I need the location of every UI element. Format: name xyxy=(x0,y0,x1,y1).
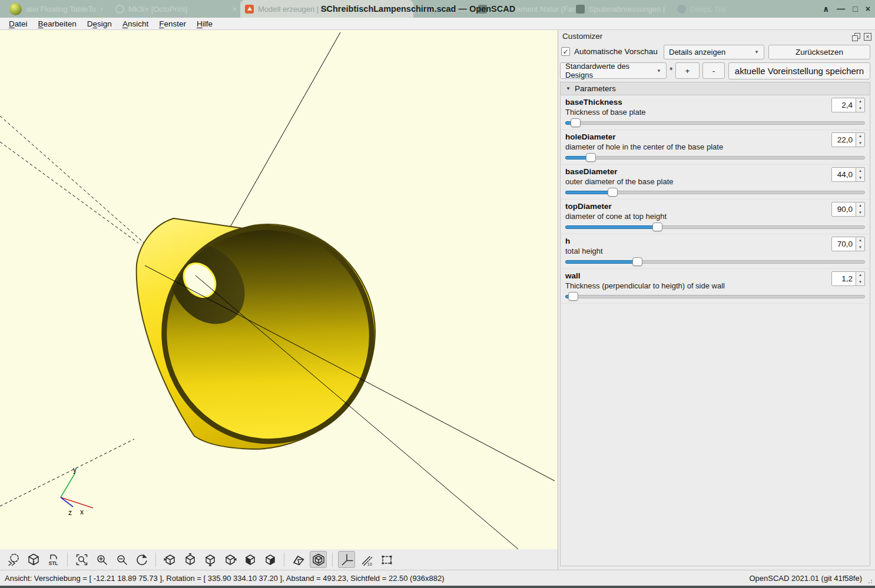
parameter-slider[interactable] xyxy=(565,292,865,302)
slider-handle[interactable] xyxy=(652,222,662,231)
parameter-value-field[interactable]: 2,4 xyxy=(831,98,856,112)
add-preset-button[interactable]: + xyxy=(675,62,700,79)
3d-viewport[interactable]: y z x xyxy=(0,30,558,549)
reset-button[interactable]: Zurücksetzen xyxy=(768,45,870,59)
menu-design[interactable]: Design xyxy=(82,19,117,28)
parameter-slider[interactable] xyxy=(565,188,865,198)
render-icon xyxy=(26,553,41,567)
spin-down-icon[interactable]: ▼ xyxy=(856,175,864,182)
preview-button[interactable] xyxy=(5,551,22,568)
save-preset-button[interactable]: aktuelle Voreinstellung speichern xyxy=(728,62,870,79)
view-perspective-button[interactable] xyxy=(290,551,307,568)
preset-dropdown[interactable]: Standardwerte des Designs ▼ xyxy=(560,62,667,79)
slider-handle[interactable] xyxy=(571,118,581,127)
maximize-window-button[interactable]: □ xyxy=(853,5,857,13)
parameter-value-field[interactable]: 90,0 xyxy=(831,202,856,217)
spin-up-icon[interactable]: ▲ xyxy=(856,202,864,210)
browser-tab[interactable]: atei Floating TableTo× xyxy=(9,0,102,18)
parameter-slider[interactable] xyxy=(565,118,865,128)
parameter-spinbox[interactable]: 22,0 ▲ ▼ xyxy=(831,132,865,147)
slider-handle[interactable] xyxy=(568,292,578,301)
spin-up-icon[interactable]: ▲ xyxy=(856,272,864,279)
menu-datei[interactable]: Datei xyxy=(4,19,33,28)
details-dropdown[interactable]: Details anzeigen ▼ xyxy=(664,45,764,59)
spin-down-icon[interactable]: ▼ xyxy=(856,210,864,217)
spin-down-icon[interactable]: ▼ xyxy=(856,279,864,286)
view-orthographic-button[interactable] xyxy=(310,551,327,568)
spin-down-icon[interactable]: ▼ xyxy=(856,105,864,112)
menu-ansicht[interactable]: Ansicht xyxy=(117,19,154,28)
menu-bearbeiten[interactable]: Bearbeiten xyxy=(33,19,82,28)
view-top-button[interactable] xyxy=(181,551,198,568)
parameter-spinbox[interactable]: 90,0 ▲ ▼ xyxy=(831,202,865,217)
menu-fenster[interactable]: Fenster xyxy=(154,19,191,28)
parameter-value-field[interactable]: 1,2 xyxy=(831,271,856,286)
parameter-value-field[interactable]: 44,0 xyxy=(831,167,856,182)
parameter-slider[interactable] xyxy=(565,257,865,267)
slider-handle[interactable] xyxy=(632,257,642,266)
spin-up-icon[interactable]: ▲ xyxy=(856,168,864,175)
zoom-out-button[interactable] xyxy=(113,551,130,568)
zoom-all-button[interactable] xyxy=(73,551,90,568)
toolbar-separator xyxy=(67,553,68,567)
slider-handle[interactable] xyxy=(608,188,618,197)
show-edges-button[interactable] xyxy=(378,551,395,568)
parameter-value-field[interactable]: 70,0 xyxy=(831,237,856,251)
show-axes-button[interactable] xyxy=(338,551,355,568)
parameter-description: Thickness of base plate xyxy=(565,107,865,117)
titlebar: atei Floating TableTo×Mk3i+ [OctoPrint]×… xyxy=(0,0,875,18)
slider-track[interactable] xyxy=(565,156,865,160)
view-back-button[interactable] xyxy=(261,551,279,568)
view-front-button[interactable] xyxy=(241,551,258,568)
parameter-spinbox[interactable]: 2,4 ▲ ▼ xyxy=(831,98,865,112)
parameters-header[interactable]: ▼ Parameters xyxy=(561,82,870,95)
parameter-spinbox[interactable]: 44,0 ▲ ▼ xyxy=(831,167,865,182)
browser-tab[interactable]: Spulenabmessungen | Wi× xyxy=(576,0,665,18)
minimize-window-button[interactable]: — xyxy=(837,5,845,13)
parameter-spinbox[interactable]: 1,2 ▲ ▼ xyxy=(831,271,865,286)
close-icon[interactable]: × xyxy=(864,33,871,41)
spin-down-icon[interactable]: ▼ xyxy=(856,244,864,251)
render-button[interactable] xyxy=(25,551,42,568)
spin-up-icon[interactable]: ▲ xyxy=(856,133,864,140)
window-border xyxy=(0,586,875,588)
shade-window-button[interactable]: ∧ xyxy=(823,5,829,13)
slider-track[interactable] xyxy=(565,121,865,125)
export-stl-button[interactable]: STL xyxy=(45,551,62,568)
auto-preview-checkbox[interactable]: ✓ xyxy=(561,47,570,56)
menu-hilfe[interactable]: Hilfe xyxy=(191,19,218,28)
tab-close-icon[interactable]: × xyxy=(232,5,237,14)
customizer-title: Customizer xyxy=(562,32,602,41)
view-left-button[interactable] xyxy=(221,551,238,568)
view-toolbar: STL10 xyxy=(0,549,558,570)
slider-handle[interactable] xyxy=(586,153,596,162)
browser-tab[interactable]: DeepL Tra xyxy=(677,0,748,18)
resize-grip-icon[interactable] xyxy=(868,578,874,584)
close-window-button[interactable]: × xyxy=(866,5,870,13)
spin-down-icon[interactable]: ▼ xyxy=(856,140,864,147)
view-right-button[interactable] xyxy=(161,551,178,568)
parameter-slider[interactable] xyxy=(565,222,865,232)
view-orthographic-icon xyxy=(311,553,326,567)
view-bottom-icon xyxy=(203,553,217,567)
browser-tab[interactable]: Mk3i+ [OctoPrint]× xyxy=(115,0,237,18)
parameter-description: diameter of cone at top height xyxy=(565,211,865,221)
view-bottom-button[interactable] xyxy=(201,551,218,568)
undock-icon[interactable] xyxy=(852,33,860,41)
octoprint-favicon xyxy=(115,5,124,14)
zoom-in-button[interactable] xyxy=(93,551,110,568)
parameter-spinbox[interactable]: 70,0 ▲ ▼ xyxy=(831,237,865,251)
sphere-favicon xyxy=(9,3,22,15)
spin-up-icon[interactable]: ▲ xyxy=(856,237,864,244)
printables-favicon xyxy=(245,5,254,14)
remove-preset-button[interactable]: - xyxy=(702,62,725,79)
reset-view-button[interactable] xyxy=(133,551,150,568)
tab-close-icon[interactable]: × xyxy=(100,5,102,14)
show-scale-markers-button[interactable]: 10 xyxy=(358,551,375,568)
spin-up-icon[interactable]: ▲ xyxy=(856,98,864,105)
parameter-value-field[interactable]: 22,0 xyxy=(831,132,856,147)
parameters-header-label: Parameters xyxy=(575,84,616,93)
slider-track[interactable] xyxy=(565,295,865,298)
parameter-slider[interactable] xyxy=(565,153,865,163)
page-favicon xyxy=(576,5,585,14)
